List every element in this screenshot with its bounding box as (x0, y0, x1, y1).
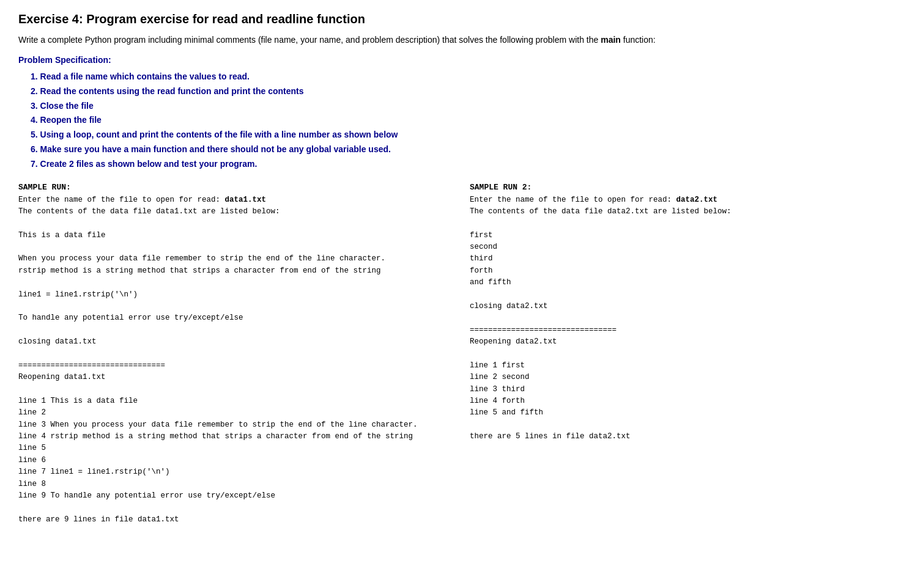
spec-item-3: 3. Close the file (31, 99, 897, 114)
sample-run-1-column: SAMPLE RUN: Enter the name of the file t… (18, 183, 445, 526)
intro-paragraph: Write a complete Python program includin… (18, 34, 897, 46)
sample-run-1-filename: data1.txt (225, 196, 267, 204)
intro-text-after: function: (621, 35, 656, 45)
sample-run-1-label: SAMPLE RUN: (18, 183, 445, 192)
intro-text-before: Write a complete Python program includin… (18, 35, 601, 45)
sample-run-2-content: Enter the name of the file to open for r… (470, 194, 897, 443)
page-title: Exercise 4: Program exercise for read an… (18, 12, 897, 26)
problem-spec-heading: Problem Specification: (18, 55, 897, 65)
sample-run-2-column: SAMPLE RUN 2: Enter the name of the file… (470, 183, 897, 526)
spec-item-7: 7. Create 2 files as shown below and tes… (31, 157, 897, 172)
sample-runs-container: SAMPLE RUN: Enter the name of the file t… (18, 183, 897, 526)
sample-run-2-body: The contents of the data file data2.txt … (470, 207, 732, 441)
spec-item-2: 2. Read the contents using the read func… (31, 84, 897, 99)
sample-run-2-filename: data2.txt (676, 196, 718, 204)
sample-run-1-body: The contents of the data file data1.txt … (18, 207, 418, 524)
spec-item-4: 4. Reopen the file (31, 113, 897, 128)
spec-item-1: 1. Read a file name which contains the v… (31, 70, 897, 84)
sample-run-2-label: SAMPLE RUN 2: (470, 183, 897, 192)
spec-item-5: 5. Using a loop, count and print the con… (31, 128, 897, 142)
intro-bold-main: main (601, 35, 621, 45)
sample-run-1-prompt: Enter the name of the file to open for r… (18, 196, 225, 204)
sample-run-1-content: Enter the name of the file to open for r… (18, 194, 445, 526)
sample-run-2-prompt: Enter the name of the file to open for r… (470, 196, 676, 204)
spec-list: 1. Read a file name which contains the v… (31, 70, 897, 172)
spec-item-6: 6. Make sure you have a main function an… (31, 142, 897, 157)
